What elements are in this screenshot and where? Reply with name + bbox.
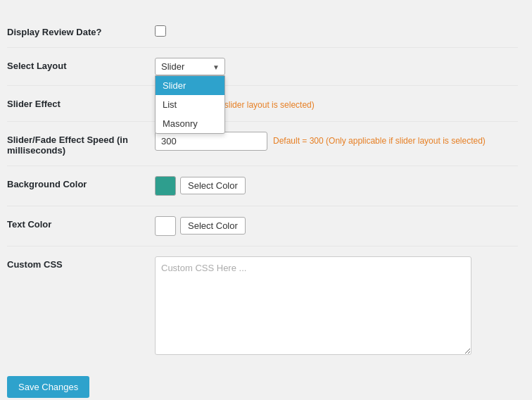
dropdown-item-list[interactable]: List <box>156 95 224 114</box>
dropdown-item-slider[interactable]: Slider <box>156 76 224 95</box>
label-slider-fade-speed: Slider/Fade Effect Speed (in millisecond… <box>7 132 155 156</box>
layout-dropdown-open: Slider List Masonry <box>155 75 225 134</box>
row-background-color: Background Color Select Color <box>7 166 518 206</box>
label-custom-css: Custom CSS <box>7 256 155 270</box>
background-color-button[interactable]: Select Color <box>180 177 246 194</box>
row-select-layout: Select Layout Slider List Masonry ▼ Slid… <box>7 48 518 86</box>
control-custom-css <box>155 256 518 355</box>
label-background-color: Background Color <box>7 176 155 189</box>
background-color-swatch[interactable] <box>155 176 176 196</box>
slider-speed-input[interactable] <box>155 132 267 151</box>
text-color-swatch[interactable] <box>155 216 176 236</box>
control-text-color: Select Color <box>155 216 518 236</box>
row-custom-css: Custom CSS <box>7 246 518 365</box>
settings-container: Display Review Date? Select Layout Slide… <box>0 0 532 400</box>
row-slider-effect: Slider Effect (Only applicable if slider… <box>7 86 518 122</box>
save-changes-button[interactable]: Save Changes <box>7 376 89 398</box>
layout-select-wrapper: Slider List Masonry ▼ Slider List Masonr… <box>155 58 225 75</box>
label-display-review-date: Display Review Date? <box>7 24 155 37</box>
dropdown-item-masonry[interactable]: Masonry <box>156 114 224 133</box>
text-color-picker: Select Color <box>155 216 246 236</box>
control-slider-fade-speed: Default = 300 (Only applicable if slider… <box>155 132 518 151</box>
slider-speed-hint: Default = 300 (Only applicable if slider… <box>273 132 486 147</box>
control-display-review-date <box>155 24 518 37</box>
row-display-review-date: Display Review Date? <box>7 14 518 48</box>
row-slider-fade-speed: Slider/Fade Effect Speed (in millisecond… <box>7 122 518 166</box>
checkbox-display-review-date[interactable] <box>155 25 166 37</box>
text-color-button[interactable]: Select Color <box>180 217 246 235</box>
custom-css-textarea[interactable] <box>155 256 471 355</box>
control-background-color: Select Color <box>155 176 518 196</box>
label-text-color: Text Color <box>7 216 155 230</box>
control-select-layout: Slider List Masonry ▼ Slider List Masonr… <box>155 58 518 75</box>
layout-select[interactable]: Slider List Masonry <box>155 58 225 75</box>
row-text-color: Text Color Select Color <box>7 206 518 246</box>
label-select-layout: Select Layout <box>7 58 155 71</box>
label-slider-effect: Slider Effect <box>7 96 155 109</box>
background-color-picker: Select Color <box>155 176 246 196</box>
